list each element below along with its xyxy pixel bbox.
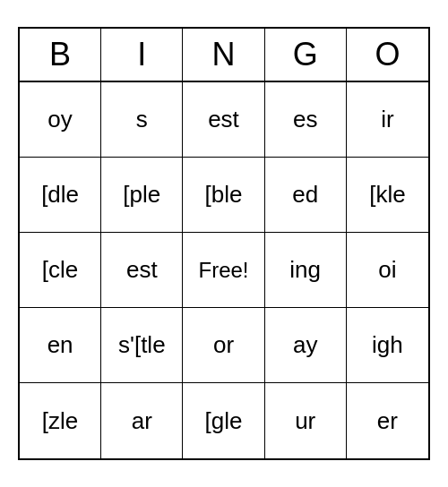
bingo-cell: [dle bbox=[20, 158, 101, 233]
bingo-cell: or bbox=[183, 308, 264, 383]
bingo-cell: oy bbox=[20, 82, 101, 158]
bingo-cell: [kle bbox=[347, 158, 428, 233]
bingo-cell: est bbox=[183, 82, 264, 158]
bingo-cell: ur bbox=[265, 383, 347, 458]
bingo-cell: es bbox=[265, 82, 347, 158]
bingo-cell: ar bbox=[101, 383, 183, 458]
bingo-cell: s bbox=[101, 82, 183, 158]
header-letter: I bbox=[101, 29, 183, 81]
bingo-cell: s'[tle bbox=[101, 308, 183, 383]
bingo-cell: ing bbox=[265, 233, 347, 308]
bingo-cell: [ple bbox=[101, 158, 183, 233]
bingo-cell: ay bbox=[265, 308, 347, 383]
bingo-cell: oi bbox=[347, 233, 428, 308]
bingo-cell: [zle bbox=[20, 383, 101, 458]
bingo-cell: [gle bbox=[183, 383, 264, 458]
header-letter: N bbox=[183, 29, 264, 81]
header-letter: O bbox=[347, 29, 428, 81]
bingo-header: BINGO bbox=[20, 29, 428, 82]
header-letter: B bbox=[20, 29, 101, 81]
free-space: Free! bbox=[183, 233, 264, 308]
bingo-cell: est bbox=[101, 233, 183, 308]
bingo-cell: igh bbox=[347, 308, 428, 383]
bingo-cell: er bbox=[347, 383, 428, 458]
header-letter: G bbox=[265, 29, 347, 81]
bingo-cell: ir bbox=[347, 82, 428, 158]
bingo-grid: oysestesir[dle[ple[bleed[kle[cleestFree!… bbox=[20, 82, 428, 458]
bingo-cell: en bbox=[20, 308, 101, 383]
bingo-cell: ed bbox=[265, 158, 347, 233]
bingo-cell: [cle bbox=[20, 233, 101, 308]
bingo-card: BINGO oysestesir[dle[ple[bleed[kle[clees… bbox=[18, 27, 430, 460]
bingo-cell: [ble bbox=[183, 158, 264, 233]
